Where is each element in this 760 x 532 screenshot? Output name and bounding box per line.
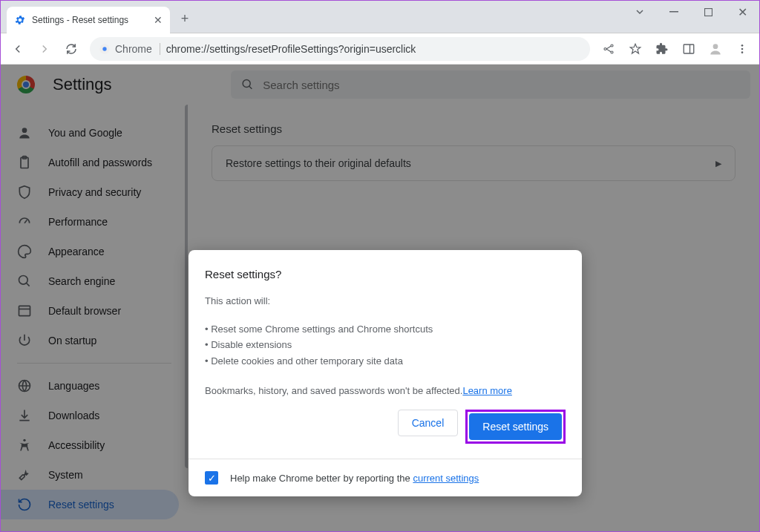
tab-title: Settings - Reset settings: [32, 15, 128, 25]
gear-icon: [14, 14, 26, 26]
sidepanel-icon[interactable]: [676, 36, 701, 62]
chevron-down-icon[interactable]: [623, 1, 657, 23]
window-minimize-button[interactable]: [657, 1, 691, 23]
dialog-bullets: • Reset some Chrome settings and Chrome …: [205, 321, 566, 369]
reload-button[interactable]: [59, 36, 84, 62]
window-title-bar: Settings - Reset settings ✕ + ✕: [1, 1, 759, 33]
cancel-button[interactable]: Cancel: [398, 410, 459, 436]
url-text: chrome://settings/resetProfileSettings?o…: [166, 43, 416, 55]
svg-point-3: [102, 47, 106, 50]
back-button[interactable]: [5, 36, 30, 62]
current-settings-link[interactable]: current settings: [413, 473, 479, 484]
tab-close-button[interactable]: ✕: [154, 14, 163, 26]
reset-settings-button[interactable]: Reset settings: [469, 413, 562, 440]
profile-icon[interactable]: [703, 36, 728, 62]
address-bar[interactable]: Chrome chrome://settings/resetProfileSet…: [90, 37, 590, 61]
svg-rect-1: [704, 8, 712, 16]
highlight-annotation: Reset settings: [465, 410, 566, 444]
window-maximize-button[interactable]: [691, 1, 725, 23]
svg-point-11: [741, 47, 744, 50]
dialog-bullet: • Disable extensions: [205, 337, 566, 352]
report-checkbox[interactable]: ✓: [205, 471, 218, 485]
dialog-title: Reset settings?: [205, 268, 566, 280]
share-icon[interactable]: [596, 36, 621, 62]
browser-toolbar: Chrome chrome://settings/resetProfileSet…: [1, 33, 759, 65]
svg-point-12: [741, 51, 744, 53]
kebab-menu-icon[interactable]: [730, 36, 755, 62]
bookmark-icon[interactable]: [623, 36, 648, 62]
dialog-bullet: • Reset some Chrome settings and Chrome …: [205, 321, 566, 337]
reset-settings-dialog: Reset settings? This action will: • Rese…: [189, 250, 582, 496]
svg-point-6: [611, 51, 613, 53]
svg-rect-7: [684, 45, 694, 53]
dialog-footnote: Bookmarks, history, and saved passwords …: [205, 385, 566, 396]
learn-more-link[interactable]: Learn more: [462, 385, 511, 396]
new-tab-button[interactable]: +: [174, 8, 195, 29]
chrome-origin-label: Chrome: [115, 43, 152, 55]
browser-tab[interactable]: Settings - Reset settings ✕: [7, 7, 170, 33]
svg-rect-0: [669, 11, 678, 13]
report-label: Help make Chrome better by reporting the…: [230, 473, 479, 484]
forward-button[interactable]: [32, 36, 57, 62]
extensions-icon[interactable]: [649, 36, 675, 62]
svg-point-9: [713, 44, 718, 49]
svg-point-10: [741, 45, 744, 47]
dialog-lead: This action will:: [205, 295, 566, 306]
svg-point-5: [611, 45, 613, 47]
chrome-icon: [99, 43, 111, 55]
svg-point-4: [604, 47, 606, 50]
window-close-button[interactable]: ✕: [725, 1, 759, 23]
dialog-bullet: • Delete cookies and other temporary sit…: [205, 353, 566, 369]
